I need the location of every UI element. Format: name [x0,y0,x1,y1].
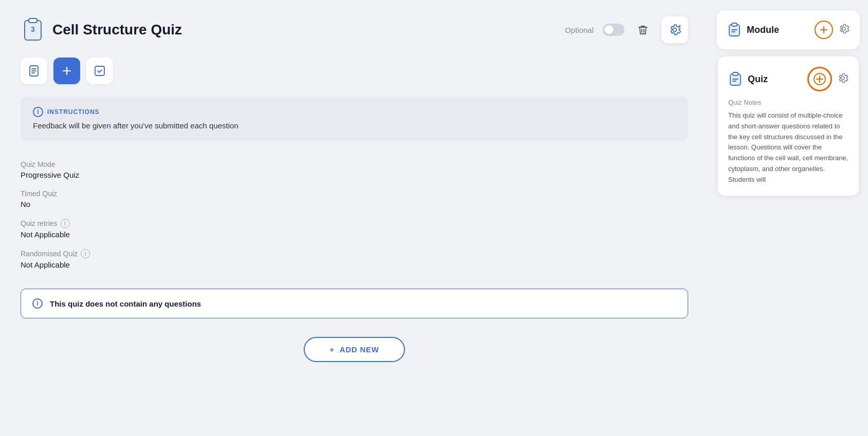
svg-rect-8 [733,72,738,75]
module-clipboard-icon [727,23,742,37]
info-banner: i This quiz does not contain any questio… [21,289,688,318]
banner-info-icon: i [32,298,43,309]
add-new-button[interactable]: + ADD NEW [304,337,404,362]
optional-toggle[interactable] [603,24,624,36]
add-tool-button[interactable] [53,58,80,84]
quiz-retries-value: Not Applicable [21,230,688,239]
quiz-retries-info-icon[interactable]: i [61,219,70,228]
plus-symbol: + [329,345,335,354]
module-gear-icon [838,23,849,34]
quiz-notes-text: This quiz will consist of multiple-choic… [728,110,848,185]
right-sidebar: Module [709,0,868,436]
main-content: 3 Cell Structure Quiz Optional [0,0,709,436]
module-add-circle-icon [819,25,829,35]
gear-sparkle-icon [668,23,682,37]
document-tool-button[interactable] [21,58,47,84]
quiz-settings-button[interactable] [837,72,848,86]
module-card: Module [717,10,860,49]
instructions-box: i INSTRUCTIONS Feedback will be given af… [21,97,688,141]
module-add-button[interactable] [815,21,833,39]
instructions-label: INSTRUCTIONS [47,108,100,116]
module-settings-button[interactable] [838,23,849,36]
add-new-label: ADD NEW [340,345,379,354]
svg-rect-6 [732,23,737,26]
quiz-notes-label: Quiz Notes [728,99,848,106]
quiz-gear-icon [837,72,848,84]
toolbar [21,58,688,84]
edit-tool-button[interactable] [86,58,113,84]
info-icon: i [33,107,43,117]
document-icon [28,65,40,77]
info-banner-text: This quiz does not contain any questions [50,299,201,308]
page-header: 3 Cell Structure Quiz Optional [21,16,688,43]
settings-section: Quiz Mode Progressive Quiz Timed Quiz No… [21,155,688,274]
quiz-mode-label: Quiz Mode [21,160,688,168]
module-card-actions [815,21,849,39]
randomised-quiz-setting: Randomised Quiz i Not Applicable [21,244,688,274]
plus-icon [61,65,73,77]
randomised-quiz-value: Not Applicable [21,260,688,269]
trash-icon [637,24,649,35]
quiz-mode-value: Progressive Quiz [21,170,688,179]
instructions-text: Feedback will be given after you've subm… [33,121,238,130]
svg-rect-1 [29,18,37,23]
header-settings-button[interactable] [661,16,688,43]
quiz-add-button[interactable] [807,67,832,91]
svg-rect-4 [95,66,104,75]
module-card-header: Module [727,21,849,39]
quiz-clipboard-icon [728,72,743,86]
timed-quiz-value: No [21,200,688,208]
module-card-title: Module [747,25,779,35]
quiz-card: Quiz Quiz Notes This quiz will con [717,55,860,197]
timed-quiz-label: Timed Quiz [21,189,688,198]
quiz-card-title: Quiz [748,74,768,85]
quiz-clipboard-icon: 3 [21,17,45,42]
svg-text:3: 3 [31,25,35,33]
quiz-retries-label: Quiz retries i [21,219,688,228]
randomised-quiz-info-icon[interactable]: i [81,249,90,258]
quiz-card-actions [807,67,848,91]
optional-label: Optional [565,26,594,34]
quiz-retries-setting: Quiz retries i Not Applicable [21,214,688,244]
instructions-header: i INSTRUCTIONS [33,107,676,117]
header-right: Optional [565,16,688,43]
quiz-card-header: Quiz [728,67,848,91]
edit-icon [94,65,106,77]
delete-button[interactable] [634,21,652,39]
timed-quiz-setting: Timed Quiz No [21,184,688,214]
quiz-add-circle-icon [813,72,826,86]
quiz-title-group: Quiz [728,72,768,86]
page-title: Cell Structure Quiz [52,22,182,38]
add-new-wrapper: + ADD NEW [21,337,688,362]
quiz-mode-setting: Quiz Mode Progressive Quiz [21,155,688,184]
header-left: 3 Cell Structure Quiz [21,17,182,42]
module-title-group: Module [727,23,779,37]
randomised-quiz-label: Randomised Quiz i [21,249,688,258]
